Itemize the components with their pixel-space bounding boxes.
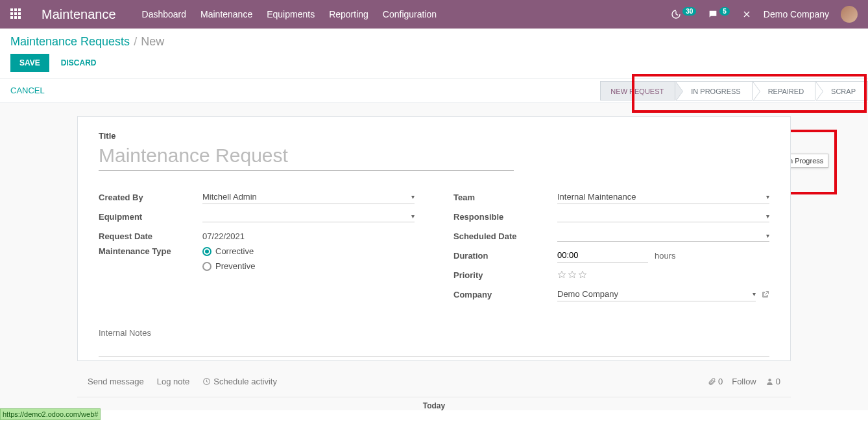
star-icon[interactable] (578, 270, 587, 279)
request-date-label: Request Date (99, 231, 202, 241)
send-message-button[interactable]: Send message (88, 377, 144, 386)
status-url: https://demo2.odoo.com/web# (0, 408, 101, 410)
maintenance-type-radios: Corrective Preventive (202, 246, 255, 276)
team-value: Internal Maintenance (557, 192, 636, 202)
notes-area (99, 322, 769, 357)
title-label: Title (99, 131, 769, 141)
priority-label: Priority (453, 270, 557, 280)
chevron-down-icon: ▾ (766, 232, 769, 239)
equipment-field[interactable]: ▾ (202, 211, 415, 222)
nav-right: 30 5 Demo Company (671, 6, 858, 23)
sheet-background: Title Created By Mitchell Admin▾ Equipme… (0, 103, 868, 410)
control-panel-buttons: SAVE DISCARD (0, 50, 868, 78)
radio-preventive[interactable]: Preventive (202, 261, 255, 271)
control-panel-top: Maintenance Requests / New (0, 29, 868, 50)
messages-badge: 5 (719, 7, 730, 16)
team-label: Team (453, 193, 557, 202)
statusbar: NEW REQUEST IN PROGRESS REPAIRED SCRAP (601, 79, 868, 102)
scheduled-date-label: Scheduled Date (453, 231, 557, 241)
star-icon[interactable] (568, 270, 577, 279)
breadcrumb-separator: / (134, 35, 137, 49)
discard-button[interactable]: DISCARD (61, 58, 97, 67)
duration-unit: hours (655, 251, 676, 261)
status-repaired[interactable]: REPAIRED (752, 81, 815, 100)
radio-checked-icon (202, 247, 211, 256)
star-icon[interactable] (557, 270, 566, 279)
attachments-button[interactable]: 0 (708, 377, 723, 386)
title-input[interactable] (99, 143, 514, 171)
breadcrumb-parent[interactable]: Maintenance Requests (10, 35, 130, 49)
activity-icon[interactable]: 30 (671, 9, 696, 19)
nav-menu: Dashboard Maintenance Equipments Reporti… (142, 9, 437, 19)
external-link-icon[interactable] (761, 290, 769, 299)
company-value: Demo Company (557, 289, 618, 299)
status-new-request[interactable]: NEW REQUEST (600, 81, 675, 100)
chevron-down-icon: ▾ (753, 290, 756, 298)
form-right-column: Team Internal Maintenance▾ Responsible ▾… (453, 188, 769, 305)
team-field[interactable]: Internal Maintenance▾ (557, 190, 769, 204)
log-note-button[interactable]: Log note (157, 377, 190, 386)
save-button[interactable]: SAVE (10, 54, 49, 72)
nav-maintenance[interactable]: Maintenance (200, 9, 252, 19)
chevron-down-icon: ▾ (766, 193, 769, 200)
maintenance-type-label: Maintenance Type (99, 246, 202, 256)
chatter: Send message Log note Schedule activity … (77, 371, 791, 392)
user-icon (766, 377, 774, 386)
cancel-button[interactable]: CANCEL (0, 79, 55, 102)
breadcrumb-current: New (141, 35, 164, 49)
apps-icon[interactable] (10, 8, 22, 20)
created-by-field[interactable]: Mitchell Admin▾ (202, 190, 415, 204)
control-panel-row2: CANCEL NEW REQUEST IN PROGRESS REPAIRED … (0, 78, 868, 103)
paperclip-icon (708, 377, 716, 386)
responsible-label: Responsible (453, 212, 557, 222)
followers-count: 0 (776, 377, 780, 386)
today-separator: Today (77, 397, 791, 410)
form-sheet: Title Created By Mitchell Admin▾ Equipme… (77, 116, 791, 361)
nav-reporting[interactable]: Reporting (329, 9, 368, 19)
breadcrumb: Maintenance Requests / New (10, 35, 164, 49)
company-name[interactable]: Demo Company (764, 9, 829, 19)
nav-configuration[interactable]: Configuration (383, 9, 437, 19)
schedule-activity-label: Schedule activity (213, 377, 277, 386)
chevron-down-icon: ▾ (411, 213, 415, 220)
schedule-activity-button[interactable]: Schedule activity (202, 377, 277, 386)
svg-point-1 (768, 379, 771, 381)
attachments-count: 0 (718, 377, 723, 386)
internal-notes-input[interactable] (99, 322, 769, 357)
company-field[interactable]: Demo Company▾ (557, 287, 756, 301)
request-date-value: 07/22/2021 (202, 229, 415, 243)
clock-icon (202, 377, 211, 386)
nav-dashboard[interactable]: Dashboard (142, 9, 187, 19)
radio-corrective[interactable]: Corrective (202, 246, 255, 256)
duration-label: Duration (453, 251, 557, 261)
status-in-progress[interactable]: IN PROGRESS (675, 81, 752, 100)
company-label: Company (453, 290, 557, 299)
nav-equipments[interactable]: Equipments (267, 9, 315, 19)
messages-icon[interactable]: 5 (708, 9, 730, 19)
close-icon[interactable] (741, 9, 752, 19)
priority-stars[interactable] (557, 270, 587, 279)
created-by-label: Created By (99, 193, 202, 202)
activity-badge: 30 (682, 7, 696, 16)
radio-unchecked-icon (202, 262, 211, 271)
chevron-down-icon: ▾ (411, 193, 415, 200)
equipment-label: Equipment (99, 212, 202, 222)
app-brand[interactable]: Maintenance (42, 7, 116, 22)
scheduled-date-field[interactable]: ▾ (557, 230, 769, 242)
radio-corrective-label: Corrective (215, 246, 254, 256)
radio-preventive-label: Preventive (215, 261, 255, 271)
created-by-value: Mitchell Admin (202, 192, 257, 202)
main-navbar: Maintenance Dashboard Maintenance Equipm… (0, 0, 868, 29)
follow-button[interactable]: Follow (732, 377, 756, 386)
followers-button[interactable]: 0 (766, 377, 780, 386)
form-left-column: Created By Mitchell Admin▾ Equipment ▾ R… (99, 188, 415, 305)
responsible-field[interactable]: ▾ (557, 211, 769, 222)
chevron-down-icon: ▾ (766, 213, 769, 220)
user-avatar[interactable] (841, 6, 858, 23)
duration-input[interactable] (557, 248, 648, 263)
